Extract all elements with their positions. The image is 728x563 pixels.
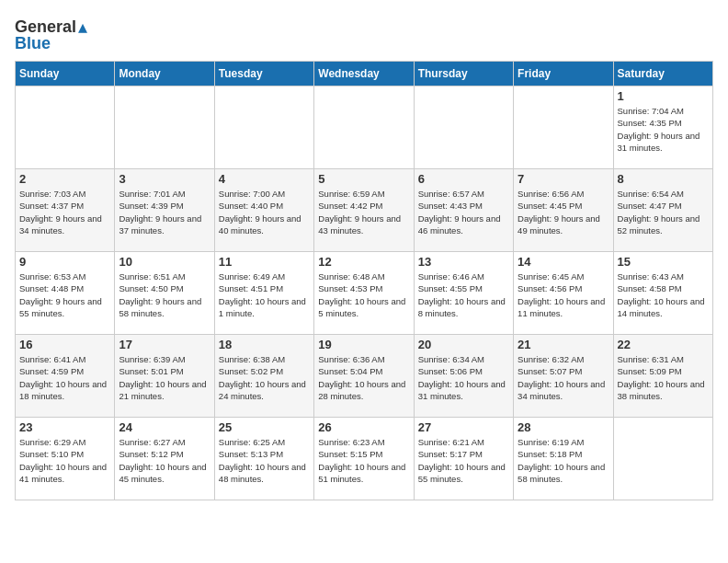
calendar-cell: 18Sunrise: 6:38 AM Sunset: 5:02 PM Dayli… bbox=[214, 335, 313, 418]
calendar-cell: 5Sunrise: 6:59 AM Sunset: 4:42 PM Daylig… bbox=[314, 169, 414, 252]
day-info: Sunrise: 6:32 AM Sunset: 5:07 PM Dayligh… bbox=[518, 353, 609, 402]
day-info: Sunrise: 6:43 AM Sunset: 4:58 PM Dayligh… bbox=[618, 270, 709, 319]
calendar-cell: 10Sunrise: 6:51 AM Sunset: 4:50 PM Dayli… bbox=[115, 252, 214, 335]
weekday-header-monday: Monday bbox=[115, 62, 214, 86]
calendar-cell bbox=[115, 86, 214, 169]
calendar-cell: 22Sunrise: 6:31 AM Sunset: 5:09 PM Dayli… bbox=[613, 335, 712, 418]
weekday-header-saturday: Saturday bbox=[613, 62, 712, 86]
day-info: Sunrise: 6:45 AM Sunset: 4:56 PM Dayligh… bbox=[518, 270, 609, 319]
day-number: 5 bbox=[318, 172, 409, 186]
weekday-header-tuesday: Tuesday bbox=[214, 62, 313, 86]
calendar-cell: 16Sunrise: 6:41 AM Sunset: 4:59 PM Dayli… bbox=[16, 335, 115, 418]
day-info: Sunrise: 7:00 AM Sunset: 4:40 PM Dayligh… bbox=[219, 188, 310, 236]
calendar-cell: 8Sunrise: 6:54 AM Sunset: 4:47 PM Daylig… bbox=[613, 169, 712, 252]
weekday-header-row: SundayMondayTuesdayWednesdayThursdayFrid… bbox=[16, 62, 713, 86]
day-number: 17 bbox=[119, 338, 210, 351]
day-info: Sunrise: 6:59 AM Sunset: 4:42 PM Dayligh… bbox=[318, 188, 409, 236]
calendar-cell: 3Sunrise: 7:01 AM Sunset: 4:39 PM Daylig… bbox=[115, 169, 214, 252]
day-info: Sunrise: 6:36 AM Sunset: 5:04 PM Dayligh… bbox=[318, 353, 409, 402]
day-info: Sunrise: 6:46 AM Sunset: 4:55 PM Dayligh… bbox=[418, 270, 509, 319]
calendar-cell: 23Sunrise: 6:29 AM Sunset: 5:10 PM Dayli… bbox=[16, 418, 115, 500]
day-info: Sunrise: 7:01 AM Sunset: 4:39 PM Dayligh… bbox=[119, 188, 210, 236]
logo-blue-text: Blue bbox=[15, 34, 51, 53]
day-info: Sunrise: 6:25 AM Sunset: 5:13 PM Dayligh… bbox=[219, 436, 310, 485]
calendar-table: SundayMondayTuesdayWednesdayThursdayFrid… bbox=[15, 61, 713, 500]
day-number: 14 bbox=[518, 255, 609, 269]
day-number: 12 bbox=[318, 255, 409, 269]
calendar-cell: 7Sunrise: 6:56 AM Sunset: 4:45 PM Daylig… bbox=[514, 169, 613, 252]
calendar-week-row: 23Sunrise: 6:29 AM Sunset: 5:10 PM Dayli… bbox=[16, 418, 713, 500]
calendar-cell: 26Sunrise: 6:23 AM Sunset: 5:15 PM Dayli… bbox=[314, 418, 414, 500]
day-number: 6 bbox=[418, 172, 509, 186]
day-info: Sunrise: 6:31 AM Sunset: 5:09 PM Dayligh… bbox=[618, 353, 709, 402]
calendar-cell: 1Sunrise: 7:04 AM Sunset: 4:35 PM Daylig… bbox=[613, 86, 712, 169]
day-info: Sunrise: 6:51 AM Sunset: 4:50 PM Dayligh… bbox=[119, 270, 210, 319]
day-number: 15 bbox=[618, 255, 709, 269]
day-number: 16 bbox=[19, 338, 110, 351]
day-number: 19 bbox=[318, 338, 409, 351]
day-info: Sunrise: 6:21 AM Sunset: 5:17 PM Dayligh… bbox=[418, 436, 509, 485]
calendar-cell bbox=[314, 86, 414, 169]
header: General ▴ Blue bbox=[15, 15, 713, 53]
calendar-cell bbox=[214, 86, 313, 169]
logo-bird-icon: ▴ bbox=[78, 15, 106, 40]
calendar-cell: 2Sunrise: 7:03 AM Sunset: 4:37 PM Daylig… bbox=[16, 169, 115, 252]
calendar-cell: 21Sunrise: 6:32 AM Sunset: 5:07 PM Dayli… bbox=[514, 335, 613, 418]
day-number: 26 bbox=[318, 420, 409, 434]
day-info: Sunrise: 6:41 AM Sunset: 4:59 PM Dayligh… bbox=[19, 353, 110, 402]
day-info: Sunrise: 6:27 AM Sunset: 5:12 PM Dayligh… bbox=[119, 436, 210, 485]
day-info: Sunrise: 6:49 AM Sunset: 4:51 PM Dayligh… bbox=[219, 270, 310, 319]
calendar-cell: 20Sunrise: 6:34 AM Sunset: 5:06 PM Dayli… bbox=[414, 335, 513, 418]
calendar-cell: 6Sunrise: 6:57 AM Sunset: 4:43 PM Daylig… bbox=[414, 169, 513, 252]
calendar-cell: 17Sunrise: 6:39 AM Sunset: 5:01 PM Dayli… bbox=[115, 335, 214, 418]
day-number: 2 bbox=[19, 172, 110, 186]
calendar-cell bbox=[514, 86, 613, 169]
day-number: 7 bbox=[518, 172, 609, 186]
calendar-week-row: 1Sunrise: 7:04 AM Sunset: 4:35 PM Daylig… bbox=[16, 86, 713, 169]
calendar-week-row: 9Sunrise: 6:53 AM Sunset: 4:48 PM Daylig… bbox=[16, 252, 713, 335]
day-number: 18 bbox=[219, 338, 310, 351]
day-info: Sunrise: 6:54 AM Sunset: 4:47 PM Dayligh… bbox=[618, 188, 709, 236]
weekday-header-wednesday: Wednesday bbox=[314, 62, 414, 86]
day-number: 24 bbox=[119, 420, 210, 434]
day-number: 11 bbox=[219, 255, 310, 269]
day-info: Sunrise: 6:48 AM Sunset: 4:53 PM Dayligh… bbox=[318, 270, 409, 319]
calendar-cell: 14Sunrise: 6:45 AM Sunset: 4:56 PM Dayli… bbox=[514, 252, 613, 335]
calendar-cell: 27Sunrise: 6:21 AM Sunset: 5:17 PM Dayli… bbox=[414, 418, 513, 500]
day-info: Sunrise: 6:29 AM Sunset: 5:10 PM Dayligh… bbox=[19, 436, 110, 485]
day-number: 13 bbox=[418, 255, 509, 269]
day-info: Sunrise: 6:53 AM Sunset: 4:48 PM Dayligh… bbox=[19, 270, 110, 319]
day-info: Sunrise: 6:56 AM Sunset: 4:45 PM Dayligh… bbox=[518, 188, 609, 236]
calendar-cell bbox=[414, 86, 513, 169]
calendar-cell: 13Sunrise: 6:46 AM Sunset: 4:55 PM Dayli… bbox=[414, 252, 513, 335]
day-info: Sunrise: 7:04 AM Sunset: 4:35 PM Dayligh… bbox=[618, 105, 709, 154]
day-number: 1 bbox=[618, 89, 709, 103]
calendar-cell: 19Sunrise: 6:36 AM Sunset: 5:04 PM Dayli… bbox=[314, 335, 414, 418]
calendar-cell: 28Sunrise: 6:19 AM Sunset: 5:18 PM Dayli… bbox=[514, 418, 613, 500]
calendar-cell: 9Sunrise: 6:53 AM Sunset: 4:48 PM Daylig… bbox=[16, 252, 115, 335]
day-info: Sunrise: 6:34 AM Sunset: 5:06 PM Dayligh… bbox=[418, 353, 509, 402]
day-number: 23 bbox=[19, 420, 110, 434]
calendar-week-row: 16Sunrise: 6:41 AM Sunset: 4:59 PM Dayli… bbox=[16, 335, 713, 418]
calendar-cell bbox=[16, 86, 115, 169]
day-info: Sunrise: 6:39 AM Sunset: 5:01 PM Dayligh… bbox=[119, 353, 210, 402]
calendar-cell: 12Sunrise: 6:48 AM Sunset: 4:53 PM Dayli… bbox=[314, 252, 414, 335]
day-number: 9 bbox=[19, 255, 110, 269]
day-number: 21 bbox=[518, 338, 609, 351]
logo: General ▴ Blue bbox=[15, 15, 106, 53]
calendar-cell: 15Sunrise: 6:43 AM Sunset: 4:58 PM Dayli… bbox=[613, 252, 712, 335]
calendar-week-row: 2Sunrise: 7:03 AM Sunset: 4:37 PM Daylig… bbox=[16, 169, 713, 252]
day-number: 3 bbox=[119, 172, 210, 186]
weekday-header-sunday: Sunday bbox=[16, 62, 115, 86]
day-info: Sunrise: 7:03 AM Sunset: 4:37 PM Dayligh… bbox=[19, 188, 110, 236]
calendar-cell bbox=[613, 418, 712, 500]
day-number: 20 bbox=[418, 338, 509, 351]
day-info: Sunrise: 6:38 AM Sunset: 5:02 PM Dayligh… bbox=[219, 353, 310, 402]
day-number: 4 bbox=[219, 172, 310, 186]
day-info: Sunrise: 6:57 AM Sunset: 4:43 PM Dayligh… bbox=[418, 188, 509, 236]
day-number: 8 bbox=[618, 172, 709, 186]
calendar-cell: 24Sunrise: 6:27 AM Sunset: 5:12 PM Dayli… bbox=[115, 418, 214, 500]
day-number: 22 bbox=[618, 338, 709, 351]
day-number: 10 bbox=[119, 255, 210, 269]
calendar-cell: 11Sunrise: 6:49 AM Sunset: 4:51 PM Dayli… bbox=[214, 252, 313, 335]
